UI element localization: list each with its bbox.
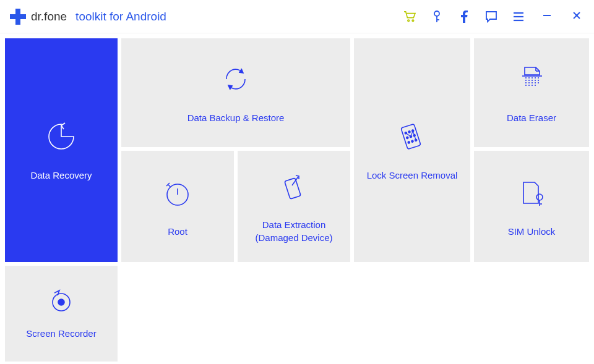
tile-label: Data Extraction (Damaged Device): [238, 218, 350, 244]
shredder-icon: [516, 62, 547, 96]
svg-point-35: [536, 194, 543, 200]
svg-point-4: [434, 11, 439, 16]
tile-label: Data Recovery: [24, 169, 98, 182]
sync-icon: [220, 62, 251, 96]
pie-arrow-icon: [45, 119, 77, 154]
stopwatch-icon: [163, 176, 192, 210]
toolbar: [403, 9, 584, 23]
tile-data-recovery[interactable]: Data Recovery: [5, 38, 118, 262]
svg-point-25: [411, 140, 414, 142]
header: dr.fone toolkit for Android: [0, 0, 594, 33]
tool-grid: Data Recovery Data Backup & Restore Root: [0, 33, 594, 43]
tile-data-eraser[interactable]: Data Eraser: [474, 38, 589, 147]
record-arrow-icon: [48, 287, 74, 315]
tile-root[interactable]: Root: [121, 151, 234, 262]
key-icon[interactable]: [431, 11, 443, 23]
tile-label: Screen Recorder: [20, 327, 102, 340]
logo-area: dr.fone toolkit for Android: [10, 9, 166, 25]
logo-icon: [10, 9, 26, 25]
tile-label: Data Backup & Restore: [181, 111, 291, 124]
tile-screen-recorder[interactable]: Screen Recorder: [5, 266, 118, 362]
cart-icon[interactable]: [403, 11, 416, 23]
tile-lock-screen-removal[interactable]: Lock Screen Removal: [354, 38, 470, 262]
tile-label: Lock Screen Removal: [361, 169, 464, 182]
brand-name: dr.fone: [31, 10, 67, 23]
tile-sim-unlock[interactable]: SIM Unlock: [474, 151, 589, 262]
phone-arrow-icon: [278, 169, 309, 203]
minimize-icon[interactable]: [540, 9, 554, 23]
svg-rect-15: [285, 178, 301, 199]
tile-label: SIM Unlock: [502, 225, 562, 238]
svg-point-3: [412, 19, 414, 21]
menu-icon[interactable]: [512, 11, 525, 23]
sim-key-icon: [516, 176, 547, 210]
tile-backup-restore[interactable]: Data Backup & Restore: [121, 38, 350, 147]
svg-point-39: [58, 299, 64, 305]
svg-point-19: [408, 130, 411, 133]
tile-label: Data Eraser: [501, 111, 562, 124]
close-icon[interactable]: [569, 9, 584, 23]
svg-point-2: [408, 19, 410, 21]
app-subtitle: toolkit for Android: [75, 10, 166, 23]
svg-point-24: [408, 141, 410, 143]
chat-icon[interactable]: [485, 11, 497, 23]
tile-label: Root: [161, 225, 194, 238]
facebook-icon[interactable]: [458, 11, 470, 23]
svg-point-21: [406, 136, 408, 138]
svg-rect-1: [10, 14, 26, 19]
tile-data-extraction[interactable]: Data Extraction (Damaged Device): [238, 151, 350, 262]
phone-pattern-icon: [395, 119, 429, 154]
